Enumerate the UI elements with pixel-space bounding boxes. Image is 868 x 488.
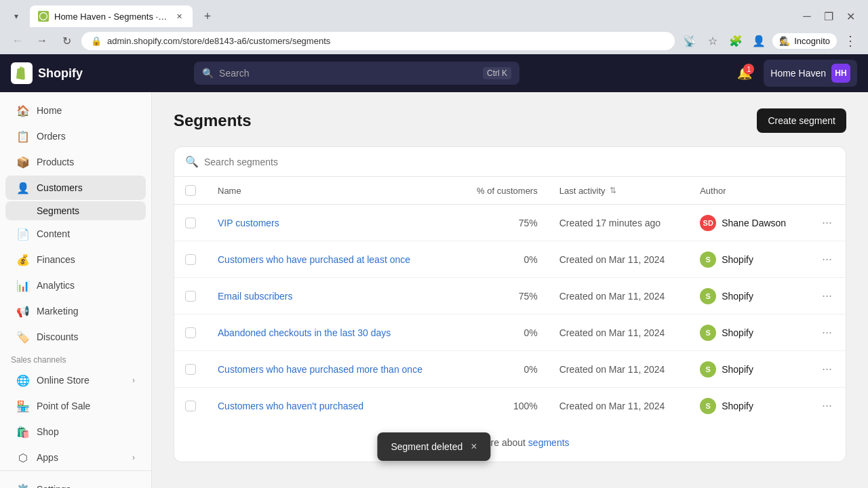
segments-table-card: 🔍 Name % of customers — [174, 146, 846, 462]
row-more-button-2[interactable]: ··· — [819, 286, 835, 306]
sidebar-item-online-store[interactable]: 🌐 Online Store › — [5, 368, 146, 392]
table-row: Abandoned checkouts in the last 30 days … — [174, 314, 846, 351]
segment-name-2[interactable]: Email subscribers — [218, 291, 292, 302]
store-selector-button[interactable]: Home Haven HH — [764, 60, 857, 87]
new-tab-button[interactable]: + — [198, 7, 217, 26]
search-placeholder-text: Search — [219, 68, 249, 79]
incognito-button[interactable]: 🕵️ Incognito — [772, 33, 837, 49]
sidebar-item-apps[interactable]: ⬡ Apps › — [5, 445, 146, 470]
toast-message: Segment deleted — [391, 441, 462, 452]
row-checkbox-2[interactable] — [185, 291, 196, 302]
extensions-icon[interactable]: 🧩 — [726, 31, 745, 50]
row-more-button-5[interactable]: ··· — [819, 396, 835, 415]
address-bar[interactable]: 🔒 admin.shopify.com/store/de8143-a6/cust… — [81, 32, 675, 50]
sidebar-item-analytics[interactable]: 📊 Analytics — [5, 273, 146, 298]
sidebar-item-orders[interactable]: 📋 Orders — [5, 124, 146, 148]
table-row: Customers who haven't purchased 100% Cre… — [174, 388, 846, 424]
cast-icon[interactable]: 📡 — [680, 31, 699, 50]
incognito-label: Incognito — [794, 36, 830, 46]
author-name-1: Shopify — [722, 254, 753, 265]
topbar-right: 🔔 1 Home Haven HH — [734, 60, 857, 87]
sidebar-item-settings-label: Settings — [37, 484, 71, 488]
create-segment-button[interactable]: Create segment — [757, 108, 846, 133]
back-button[interactable]: ← — [8, 31, 27, 50]
tab-dropdown[interactable]: ▾ — [8, 8, 24, 24]
segment-name-4[interactable]: Customers who have purchased more than o… — [218, 364, 422, 375]
author-avatar-4: S — [700, 361, 716, 378]
maximize-button[interactable]: ❐ — [819, 7, 838, 26]
author-cell-0: SD Shane Dawson — [689, 205, 808, 241]
tab-close-button[interactable]: ✕ — [174, 11, 184, 22]
last-activity-column-header[interactable]: Last activity ⇅ — [549, 177, 690, 205]
sidebar-item-content[interactable]: 📄 Content — [5, 222, 146, 246]
finances-icon: 💰 — [16, 253, 30, 266]
close-window-button[interactable]: ✕ — [841, 7, 860, 26]
topbar-search[interactable]: 🔍 Search Ctrl K — [194, 62, 519, 85]
sidebar-item-shop-label: Shop — [37, 426, 59, 437]
author-cell-2: S Shopify — [689, 278, 808, 314]
sidebar-item-home[interactable]: 🏠 Home — [5, 98, 146, 123]
activity-cell-4: Created on Mar 11, 2024 — [549, 351, 690, 388]
segments-table: Name % of customers Last activity ⇅ — [174, 177, 846, 424]
select-all-checkbox[interactable] — [185, 185, 196, 196]
row-more-button-1[interactable]: ··· — [819, 249, 835, 269]
row-checkbox-4[interactable] — [185, 364, 196, 375]
activity-cell-0: Created 17 minutes ago — [549, 205, 690, 241]
main-content: Segments Create segment 🔍 Name — [152, 92, 868, 488]
sidebar-item-marketing-label: Marketing — [37, 306, 78, 317]
author-avatar-5: S — [700, 398, 716, 414]
row-checkbox-0[interactable] — [185, 218, 196, 228]
minimize-button[interactable]: ─ — [797, 7, 816, 26]
search-segments-input[interactable] — [204, 157, 835, 167]
sidebar-item-marketing[interactable]: 📢 Marketing — [5, 299, 146, 323]
row-more-button-0[interactable]: ··· — [819, 213, 835, 232]
sidebar-item-finances[interactable]: 💰 Finances — [5, 247, 146, 272]
search-icon: 🔍 — [202, 68, 214, 79]
search-segments-icon: 🔍 — [185, 155, 199, 168]
segment-name-5[interactable]: Customers who haven't purchased — [218, 401, 363, 411]
incognito-icon: 🕵️ — [779, 36, 790, 46]
segments-link[interactable]: segments — [528, 437, 570, 448]
page-title: Segments — [174, 111, 252, 130]
bookmark-icon[interactable]: ☆ — [703, 31, 722, 50]
table-row: Customers who have purchased more than o… — [174, 351, 846, 388]
activity-cell-1: Created on Mar 11, 2024 — [549, 241, 690, 278]
shopify-logo[interactable]: Shopify — [11, 62, 83, 84]
browser-more-button[interactable]: ⋮ — [841, 31, 860, 50]
sidebar-item-segments[interactable]: Segments — [5, 201, 146, 220]
segment-name-0[interactable]: VIP customers — [218, 218, 279, 228]
toast-close-button[interactable]: × — [471, 441, 477, 453]
sidebar-item-shop[interactable]: 🛍️ Shop — [5, 420, 146, 444]
row-checkbox-3[interactable] — [185, 327, 196, 338]
activity-cell-2: Created on Mar 11, 2024 — [549, 278, 690, 314]
notification-badge: 1 — [743, 64, 754, 75]
forward-button[interactable]: → — [33, 31, 52, 50]
notifications-button[interactable]: 🔔 1 — [734, 62, 755, 84]
sidebar-item-finances-label: Finances — [37, 254, 75, 265]
sidebar-item-point-of-sale[interactable]: 🏪 Point of Sale — [5, 394, 146, 418]
sidebar-item-customers[interactable]: 👤 Customers — [5, 176, 146, 200]
table-row: Customers who have purchased at least on… — [174, 241, 846, 278]
profile-icon[interactable]: 👤 — [749, 31, 768, 50]
row-more-button-3[interactable]: ··· — [819, 323, 835, 342]
reload-button[interactable]: ↻ — [57, 31, 76, 50]
segment-name-1[interactable]: Customers who have purchased at least on… — [218, 254, 410, 265]
author-name-5: Shopify — [722, 401, 753, 411]
sidebar-item-products[interactable]: 📦 Products — [5, 150, 146, 174]
segment-name-3[interactable]: Abandoned checkouts in the last 30 days — [218, 327, 391, 338]
author-cell-3: S Shopify — [689, 314, 808, 351]
page-header: Segments Create segment — [174, 108, 846, 133]
row-checkbox-1[interactable] — [185, 254, 196, 265]
store-avatar: HH — [831, 64, 850, 83]
sidebar-item-orders-label: Orders — [37, 131, 66, 142]
table-row: VIP customers 75% Created 17 minutes ago… — [174, 205, 846, 241]
row-checkbox-5[interactable] — [185, 401, 196, 411]
tab-favicon — [38, 11, 49, 22]
pos-icon: 🏪 — [16, 399, 30, 413]
sidebar-item-discounts[interactable]: 🏷️ Discounts — [5, 325, 146, 349]
row-more-button-4[interactable]: ··· — [819, 359, 835, 379]
sidebar-item-settings[interactable]: ⚙️ Settings — [5, 477, 146, 488]
topbar: Shopify 🔍 Search Ctrl K 🔔 1 Home Haven H… — [0, 54, 868, 92]
toast-notification: Segment deleted × — [377, 432, 490, 461]
pct-cell-5: 100% — [457, 388, 548, 424]
